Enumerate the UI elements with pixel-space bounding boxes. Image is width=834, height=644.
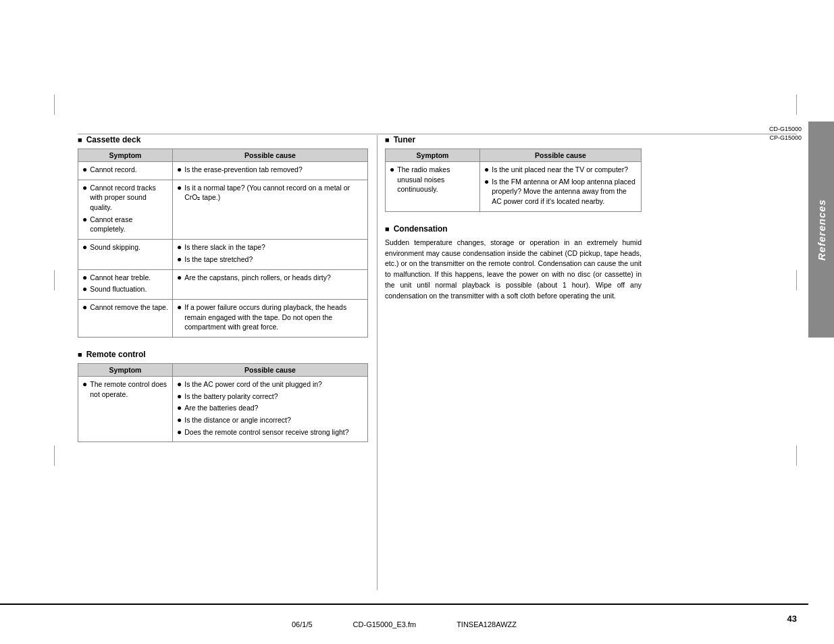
cause-cell: ● Is there slack in the tape? ● Is the t… bbox=[173, 240, 368, 269]
margin-line bbox=[796, 95, 797, 115]
left-column: Cassette deck Symptom Possible cause bbox=[78, 135, 368, 454]
symptom-cell: ● Cannot remove the tape. bbox=[78, 299, 173, 337]
table-row: ● Cannot hear treble. ● Sound fluctuatio… bbox=[78, 269, 368, 299]
footer-code: TINSEA128AWZZ bbox=[457, 620, 517, 628]
footer-date: 06/1/5 bbox=[292, 620, 313, 628]
section-tab-label: References bbox=[816, 199, 827, 261]
table-row: ● Cannot record. ● Is the erase-preventi… bbox=[78, 162, 368, 180]
table-row: ● Cannot remove the tape. ● If a power f… bbox=[78, 299, 368, 337]
right-column: Tuner Symptom Possible cause ● bbox=[385, 135, 642, 301]
symptom-cell: ● Cannot hear treble. ● Sound fluctuatio… bbox=[78, 269, 173, 299]
remote-control-heading: Remote control bbox=[78, 350, 368, 359]
symptom-cell: ● The remote control does not operate. bbox=[78, 376, 173, 441]
condensation-heading: Condensation bbox=[385, 224, 642, 234]
margin-line bbox=[54, 446, 55, 466]
table-row: ● Sound skipping. ● Is there slack in th… bbox=[78, 240, 368, 269]
table-row: ● The remote control does not operate. ●… bbox=[78, 376, 368, 441]
tuner-section: Tuner Symptom Possible cause ● bbox=[385, 135, 642, 212]
cassette-deck-table: Symptom Possible cause ● Cannot record. bbox=[78, 149, 368, 338]
tuner-table: Symptom Possible cause ● The radio makes… bbox=[385, 149, 642, 212]
tuner-symptom-header: Symptom bbox=[386, 149, 480, 162]
tuner-heading: Tuner bbox=[385, 135, 642, 144]
cassette-symptom-header: Symptom bbox=[78, 149, 173, 162]
condensation-text: Sudden temperature changes, storage or o… bbox=[385, 238, 642, 302]
remote-control-table: Symptom Possible cause ● The remote cont… bbox=[78, 363, 368, 442]
footer-filename: CD-G15000_E3.fm bbox=[353, 620, 417, 628]
cause-cell: ● Is the AC power cord of the unit plugg… bbox=[173, 376, 368, 441]
tuner-cause-header: Possible cause bbox=[480, 149, 642, 162]
symptom-cell: ● Cannot record tracks with proper sound… bbox=[78, 180, 173, 239]
cause-cell: ● Is it a normal tape? (You cannot recor… bbox=[173, 180, 368, 239]
symptom-cell: ● The radio makes unusual noises continu… bbox=[386, 162, 480, 212]
footer-bar: 06/1/5 CD-G15000_E3.fm TINSEA128AWZZ bbox=[0, 603, 808, 644]
section-tab: References bbox=[808, 122, 834, 338]
table-row: ● The radio makes unusual noises continu… bbox=[386, 162, 642, 212]
margin-line bbox=[54, 270, 55, 290]
cause-cell: ● Is the unit placed near the TV or comp… bbox=[480, 162, 642, 212]
cassette-cause-header: Possible cause bbox=[173, 149, 368, 162]
remote-symptom-header: Symptom bbox=[78, 363, 173, 376]
remote-cause-header: Possible cause bbox=[173, 363, 368, 376]
main-content: Cassette deck Symptom Possible cause bbox=[78, 135, 797, 590]
cause-cell: ● Is the erase-prevention tab removed? bbox=[173, 162, 368, 180]
table-row: ● Cannot record tracks with proper sound… bbox=[78, 180, 368, 239]
condensation-section: Condensation Sudden temperature changes,… bbox=[385, 224, 642, 302]
cassette-deck-section: Cassette deck Symptom Possible cause bbox=[78, 135, 368, 338]
cause-cell: ● If a power failure occurs during playb… bbox=[173, 299, 368, 337]
section-divider bbox=[78, 134, 797, 134]
cause-cell: ● Are the capstans, pinch rollers, or he… bbox=[173, 269, 368, 299]
symptom-cell: ● Sound skipping. bbox=[78, 240, 173, 269]
page: CD-G15000 CP-G15000 References Cassette … bbox=[0, 0, 834, 644]
column-divider bbox=[377, 135, 377, 590]
symptom-cell: ● Cannot record. bbox=[78, 162, 173, 180]
margin-line bbox=[54, 95, 55, 115]
cassette-deck-heading: Cassette deck bbox=[78, 135, 368, 144]
remote-control-section: Remote control Symptom Possible cause bbox=[78, 350, 368, 442]
